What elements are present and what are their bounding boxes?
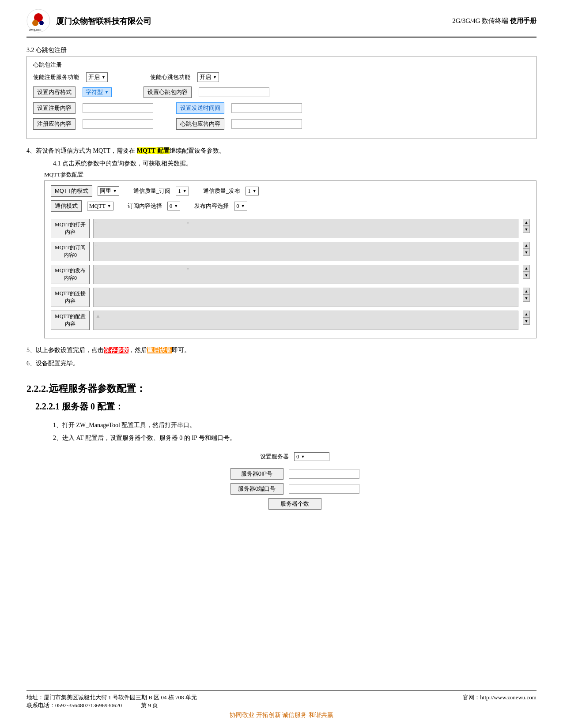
- mqtt-pub-row: MQTT的发布内容0 " " ▲ ▼: [51, 265, 530, 284]
- section-32-title: 3.2 心跳包注册: [26, 46, 537, 54]
- content-format-select[interactable]: 字符型: [83, 87, 112, 97]
- heartbeat-row3: 设置注册内容 设置发送时间间: [33, 102, 530, 114]
- header-left: ZWLOGI 厦门众物智联科技有限公司: [26, 9, 151, 33]
- section-2221-title: 2.2.2.1 服务器 0 配置：: [26, 401, 537, 413]
- register-response-btn[interactable]: 注册应答内容: [33, 118, 76, 130]
- register-content-input[interactable]: [83, 103, 153, 113]
- enable-heartbeat-select[interactable]: 开启: [197, 72, 219, 82]
- page-header: ZWLOGI 厦门众物智联科技有限公司 2G/3G/4G 数传终端 使用手册: [26, 9, 537, 38]
- page-footer: 地址：厦门市集美区诚毅北大街 1 号软件园三期 B 区 04 栋 708 单元 …: [26, 690, 537, 719]
- sub-content-label: 订阅内容选择: [128, 202, 162, 210]
- scroll-down-btn2[interactable]: ▼: [523, 249, 530, 256]
- mqtt-conf-label: MQTT的配置内容: [51, 311, 90, 330]
- set-server-row: 设置服务器 0: [53, 452, 537, 461]
- mqtt-comm-select[interactable]: MQTT: [87, 202, 113, 210]
- section-222-title: 2.2.2.远程服务器参数配置：: [26, 382, 537, 395]
- set-server-label: 设置服务器: [260, 453, 289, 461]
- mqtt-conf-textarea[interactable]: ▲: [93, 311, 518, 330]
- scroll-up-btn4[interactable]: ▲: [523, 288, 530, 295]
- header-manual-title: 2G/3G/4G 数传终端 使用手册: [452, 17, 537, 25]
- scroll-up-btn3[interactable]: ▲: [523, 265, 530, 272]
- mqtt-open-label: MQTT的打开内容: [51, 219, 90, 238]
- company-name: 厦门众物智联科技有限公司: [56, 16, 151, 26]
- mqtt-pub-scroll: ▲ ▼: [523, 265, 530, 279]
- heartbeat-row2: 设置内容格式 字符型 设置心跳包内容: [33, 86, 530, 98]
- mqtt-sub-textarea[interactable]: ": [93, 242, 518, 261]
- qos-sub-label: 通信质量_订阅: [133, 187, 171, 195]
- mqtt-mode-btn[interactable]: MQTT的模式: [51, 185, 92, 197]
- mqtt-sub-scroll: ▲ ▼: [523, 242, 530, 256]
- enable-register-select[interactable]: 开启: [86, 72, 108, 82]
- mqtt-mode-select[interactable]: 阿里: [98, 186, 119, 196]
- server-count-btn[interactable]: 服务器个数: [268, 498, 321, 510]
- scroll-down-btn[interactable]: ▼: [523, 226, 530, 233]
- heartbeat-response-btn[interactable]: 心跳包应答内容: [176, 118, 224, 130]
- footer-website: 官网：http://www.zonewu.com: [463, 694, 537, 709]
- mqtt-pub-label: MQTT的发布内容0: [51, 265, 90, 284]
- mqtt-row1: MQTT的模式 阿里 通信质量_订阅 1 通信质量_发布 1: [51, 185, 530, 197]
- server-port-row: 服务器0端口号: [53, 483, 537, 495]
- set-content-format-btn[interactable]: 设置内容格式: [33, 86, 76, 98]
- server-port-btn[interactable]: 服务器0端口号: [230, 483, 283, 495]
- save-params-highlight: 保存参数: [104, 347, 128, 353]
- para-4: 4、若设备的通信方式为 MQTT，需要在 MQTT 配置继续配置设备参数。: [26, 145, 537, 156]
- mqtt-conf-row: MQTT的配置内容 ▲ ▲ ▼: [51, 311, 530, 330]
- send-interval-input[interactable]: [231, 103, 302, 113]
- server-ip-input[interactable]: [289, 469, 359, 479]
- server-ip-btn[interactable]: 服务器0IP号: [230, 468, 283, 480]
- server-config: 1、打开 ZW_ManageTool 配置工具，然后打开串口。 2、进入 AT …: [26, 420, 537, 510]
- scroll-down-btn3[interactable]: ▼: [523, 272, 530, 279]
- qos-pub-label: 通信质量_发布: [203, 187, 241, 195]
- qos-pub-select[interactable]: 1: [246, 187, 258, 195]
- mqtt-open-row: MQTT的打开内容 " " ▲ ▼: [51, 219, 530, 238]
- set-send-interval-btn[interactable]: 设置发送时间间: [176, 102, 224, 114]
- footer-top: 地址：厦门市集美区诚毅北大街 1 号软件园三期 B 区 04 栋 708 单元 …: [26, 694, 537, 709]
- mqtt-sub-label: MQTT的订阅内容0: [51, 242, 90, 261]
- scroll-up-btn[interactable]: ▲: [523, 219, 530, 226]
- register-response-input[interactable]: [83, 119, 153, 129]
- mqtt-conn-row: MQTT的连接内容 ▲ ▼: [51, 288, 530, 307]
- mqtt-comm-mode-btn[interactable]: 通信模式: [51, 200, 82, 212]
- svg-point-3: [39, 21, 44, 25]
- mqtt-conn-label: MQTT的连接内容: [51, 288, 90, 307]
- heartbeat-row4: 注册应答内容 心跳包应答内容: [33, 118, 530, 130]
- heartbeat-content-input[interactable]: [199, 87, 269, 97]
- mqtt-config-section: MQTT参数配置 MQTT的模式 阿里 通信质量_订阅 1 通信质量_发布 1 …: [44, 171, 537, 338]
- mqtt-conn-textarea[interactable]: [93, 288, 518, 307]
- para-4-1: 4.1 点击系统参数中的查询参数，可获取相关数据。: [26, 158, 537, 169]
- section-32: 3.2 心跳包注册 心跳包注册 使能注册服务功能 开启 使能心跳包功能 开启 设…: [26, 46, 537, 139]
- server-step2: 2、进入 AT 配置后，设置服务器个数、服务器 0 的 IP 号和端口号。: [53, 432, 537, 443]
- mqtt-row2: 通信模式 MQTT 订阅内容选择 0 发布内容选择 0: [51, 200, 530, 212]
- mqtt-open-textarea[interactable]: " ": [93, 219, 518, 238]
- footer-address: 地址：厦门市集美区诚毅北大街 1 号软件园三期 B 区 04 栋 708 单元: [26, 694, 197, 702]
- company-logo: ZWLOGI: [26, 9, 51, 33]
- set-heartbeat-content-btn[interactable]: 设置心跳包内容: [144, 86, 192, 98]
- enable-register-label: 使能注册服务功能: [33, 73, 79, 81]
- set-server-select[interactable]: 0: [294, 452, 329, 461]
- enable-heartbeat-label: 使能心跳包功能: [150, 73, 190, 81]
- sub-content-select[interactable]: 0: [167, 202, 180, 210]
- mqtt-pub-textarea[interactable]: " ": [93, 265, 518, 284]
- scroll-up-btn2[interactable]: ▲: [523, 242, 530, 249]
- para-6: 6、设备配置完毕。: [26, 358, 537, 369]
- set-register-content-btn[interactable]: 设置注册内容: [33, 102, 76, 114]
- footer-address-block: 地址：厦门市集美区诚毅北大街 1 号软件园三期 B 区 04 栋 708 单元 …: [26, 694, 197, 709]
- heartbeat-response-input[interactable]: [231, 119, 302, 129]
- server-ip-row: 服务器0IP号: [53, 468, 537, 480]
- mqtt-open-scroll: ▲ ▼: [523, 219, 530, 233]
- qos-sub-select[interactable]: 1: [176, 187, 189, 195]
- scroll-up-btn5[interactable]: ▲: [523, 311, 530, 318]
- mqtt-sub-row: MQTT的订阅内容0 " ▲ ▼: [51, 242, 530, 261]
- mqtt-conn-scroll: ▲ ▼: [523, 288, 530, 302]
- para-5: 5、以上参数设置完后，点击保存参数，然后重启设备即可。: [26, 345, 537, 356]
- scroll-down-btn5[interactable]: ▼: [523, 318, 530, 325]
- mqtt-config-highlight: MQTT 配置: [137, 147, 170, 154]
- server-count-row: 服务器个数: [53, 498, 537, 510]
- pub-content-select[interactable]: 0: [234, 202, 247, 210]
- svg-point-2: [32, 20, 38, 26]
- footer-slogan: 协同敬业 开拓创新 诚信服务 和谐共赢: [26, 711, 537, 719]
- scroll-down-btn4[interactable]: ▼: [523, 295, 530, 302]
- mqtt-box-title: MQTT参数配置: [44, 171, 537, 179]
- server-port-input[interactable]: [289, 484, 359, 494]
- heartbeat-box: 心跳包注册 使能注册服务功能 开启 使能心跳包功能 开启 设置内容格式 字符型: [26, 56, 537, 139]
